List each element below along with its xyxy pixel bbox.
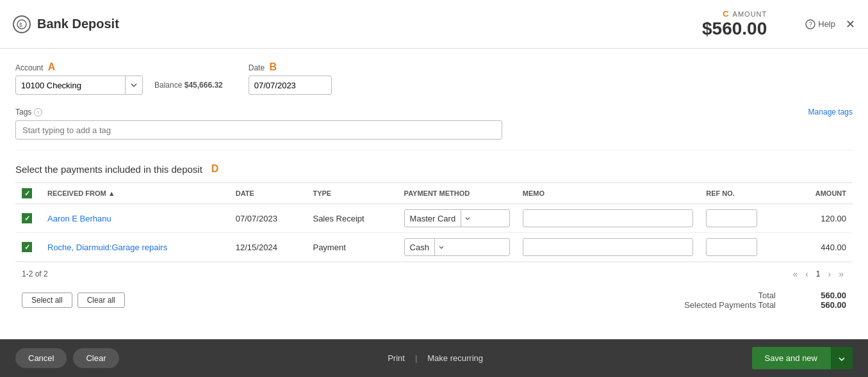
cell-payment-method: Master Card (398, 204, 516, 233)
header-actions: ? Help ✕ (805, 17, 855, 31)
account-dropdown-arrow[interactable] (125, 76, 142, 94)
pagination-row: 1-2 of 2 « ‹ 1 › » (15, 262, 853, 285)
date-input[interactable] (249, 76, 332, 95)
cell-ref-no (700, 204, 790, 233)
date-label: Date B (249, 61, 332, 73)
account-group: Account A Balance $45,666.32 (15, 61, 223, 95)
cell-type: Payment (306, 233, 397, 262)
row-checkbox-0[interactable]: ✓ (22, 213, 32, 223)
cell-ref-no (700, 233, 790, 262)
select-all-button[interactable]: Select all (22, 293, 72, 308)
received-from-link[interactable]: Roche, Diarmuid:Garage repairs (47, 243, 167, 252)
payments-title-row: Select the payments included in this dep… (15, 163, 853, 175)
cell-payment-method: Cash (398, 233, 516, 262)
pagination-page: 1 (814, 268, 823, 280)
payment-method-select-1[interactable]: Cash (404, 238, 510, 256)
nav-first[interactable]: « (790, 268, 800, 280)
balance-value: $45,666.32 (184, 81, 223, 90)
received-from-link[interactable]: Aaron E Berhanu (47, 214, 111, 223)
tags-section: Tags ? Manage tags (15, 108, 853, 150)
svg-text:?: ? (809, 21, 813, 28)
clear-button[interactable]: Clear (73, 348, 119, 368)
save-group: Save and new (752, 347, 853, 369)
payments-step: D (211, 163, 219, 175)
clear-all-button[interactable]: Clear all (78, 293, 125, 308)
tags-label: Tags ? (15, 108, 42, 116)
cell-amount: 440.00 (790, 233, 853, 262)
cancel-button[interactable]: Cancel (15, 348, 67, 368)
save-dropdown-icon (839, 357, 845, 361)
account-input[interactable] (16, 81, 125, 90)
cell-type: Sales Receipt (306, 204, 397, 233)
totals-section: Total 560.00 Selected Payments Total 560… (684, 291, 846, 310)
bank-deposit-modal: $ Bank Deposit C AMOUNT $560.00 ? H (0, 0, 868, 377)
bank-deposit-icon: $ (13, 15, 31, 33)
manage-tags-link[interactable]: Manage tags (808, 108, 853, 116)
table-row: ✓ Roche, Diarmuid:Garage repairs 12/15/2… (15, 233, 853, 262)
chevron-down-icon (465, 217, 470, 220)
header-checkbox[interactable]: ✓ (22, 188, 32, 198)
tags-help-icon: ? (34, 108, 42, 116)
total-value: 560.00 (801, 291, 846, 300)
cell-memo (516, 233, 700, 262)
action-buttons: Select all Clear all (22, 293, 125, 308)
col-ref-no: REF NO. (700, 183, 790, 204)
bottom-left-buttons: Cancel Clear (15, 348, 119, 368)
save-dropdown-arrow[interactable] (830, 347, 853, 369)
col-type: TYPE (306, 183, 397, 204)
total-row: Total 560.00 (684, 291, 846, 300)
save-and-new-button[interactable]: Save and new (752, 347, 830, 369)
table-header-row: ✓ RECEIVED FROM ▲ DATE TYPE PAYMENT METH… (15, 183, 853, 204)
help-icon: ? (805, 19, 815, 29)
row-checkbox-1[interactable]: ✓ (22, 242, 32, 252)
nav-prev[interactable]: ‹ (803, 268, 811, 280)
selected-total-row: Selected Payments Total 560.00 (684, 300, 846, 310)
cell-memo (516, 204, 700, 233)
payments-title: Select the payments included in this dep… (15, 164, 202, 175)
selected-total-label: Selected Payments Total (684, 300, 776, 310)
amount-header-section: C AMOUNT $560.00 (702, 9, 767, 39)
payment-method-select-0[interactable]: Master Card (404, 209, 510, 227)
row-checkbox-cell: ✓ (15, 233, 41, 262)
selected-total-value: 560.00 (801, 300, 846, 310)
account-label: Account A (15, 61, 223, 73)
help-button[interactable]: ? Help (805, 19, 835, 29)
print-link[interactable]: Print (377, 353, 415, 363)
make-recurring-link[interactable]: Make recurring (417, 353, 493, 363)
payment-method-arrow-1[interactable] (434, 239, 448, 255)
ref-input-0[interactable] (706, 209, 757, 227)
ref-input-1[interactable] (706, 238, 757, 256)
cell-date: 12/15/2024 (229, 233, 307, 262)
date-group: Date B (249, 61, 332, 95)
modal-header: $ Bank Deposit C AMOUNT $560.00 ? H (0, 0, 868, 49)
col-amount: AMOUNT (790, 183, 853, 204)
chevron-down-icon (439, 246, 444, 249)
cell-received-from: Aaron E Berhanu (41, 204, 229, 233)
amount-value: $560.00 (702, 19, 767, 39)
memo-input-1[interactable] (523, 238, 694, 256)
nav-last[interactable]: » (836, 268, 846, 280)
col-received-from: RECEIVED FROM ▲ (41, 183, 229, 204)
help-label: Help (818, 19, 835, 29)
bottom-center-links: Print | Make recurring (377, 353, 493, 363)
payment-method-arrow-0[interactable] (461, 210, 474, 227)
amount-label: AMOUNT (733, 10, 767, 18)
tags-input[interactable] (15, 120, 502, 140)
bottom-bar: Cancel Clear Print | Make recurring Save… (0, 339, 868, 377)
pagination-info: 1-2 of 2 (22, 269, 48, 278)
total-label: Total (758, 291, 776, 300)
nav-next[interactable]: › (826, 268, 834, 280)
close-button[interactable]: ✕ (846, 17, 855, 31)
table-row: ✓ Aaron E Berhanu 07/07/2023 Sales Recei… (15, 204, 853, 233)
balance-text: Balance $45,666.32 (154, 81, 223, 90)
memo-input-0[interactable] (523, 209, 694, 227)
header-checkbox-cell: ✓ (15, 183, 41, 204)
account-select[interactable] (15, 76, 143, 95)
row-checkbox-cell: ✓ (15, 204, 41, 233)
page-title: Bank Deposit (37, 17, 119, 31)
cell-date: 07/07/2023 (229, 204, 307, 233)
payments-table: ✓ RECEIVED FROM ▲ DATE TYPE PAYMENT METH… (15, 182, 853, 262)
action-row: Select all Clear all Total 560.00 Select… (15, 285, 853, 315)
col-payment-method: PAYMENT METHOD (398, 183, 516, 204)
pagination-nav: « ‹ 1 › » (790, 268, 846, 280)
